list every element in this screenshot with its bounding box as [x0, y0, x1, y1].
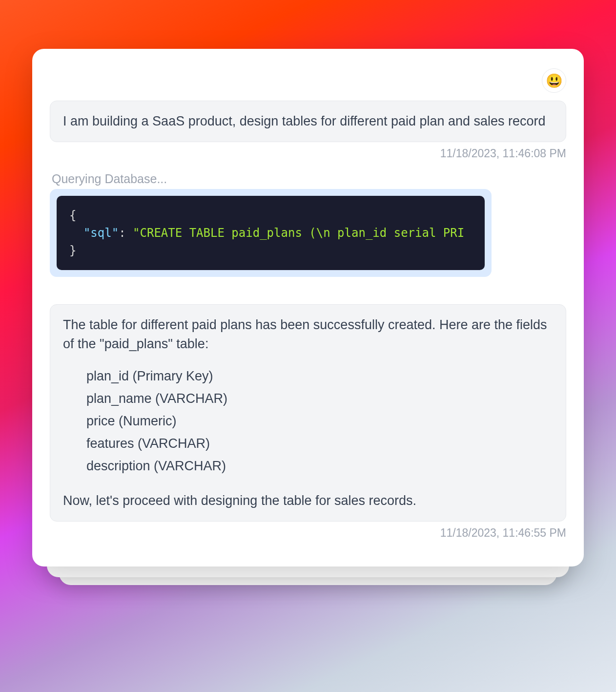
code-block-wrapper: { "sql": "CREATE TABLE paid_plans (\n pl…	[50, 189, 492, 277]
code-open-brace: {	[69, 209, 76, 222]
user-message-timestamp: 11/18/2023, 11:46:08 PM	[50, 147, 566, 160]
user-avatar[interactable]: 😃	[542, 68, 566, 93]
chat-card: 😃 I am building a SaaS product, design t…	[32, 49, 584, 566]
fields-list: plan_id (Primary Key) plan_name (VARCHAR…	[63, 365, 553, 477]
assistant-message-intro: The table for different paid plans has b…	[63, 315, 553, 354]
status-text: Querying Database...	[50, 172, 566, 186]
avatar-row: 😃	[50, 68, 566, 93]
list-item: description (VARCHAR)	[86, 455, 553, 478]
code-block[interactable]: { "sql": "CREATE TABLE paid_plans (\n pl…	[57, 196, 485, 270]
assistant-message-bubble: The table for different paid plans has b…	[50, 304, 566, 522]
code-json-key: "sql"	[83, 226, 119, 240]
list-item: price (Numeric)	[86, 410, 553, 433]
list-item: features (VARCHAR)	[86, 433, 553, 455]
code-close-brace: }	[69, 244, 76, 257]
user-message-text: I am building a SaaS product, design tab…	[63, 114, 546, 128]
card-stack: 😃 I am building a SaaS product, design t…	[32, 49, 584, 566]
code-json-value: "CREATE TABLE paid_plans (\n plan_id ser…	[133, 226, 464, 240]
code-colon: :	[119, 226, 133, 240]
assistant-message-timestamp: 11/18/2023, 11:46:55 PM	[50, 526, 566, 540]
smile-emoji-icon: 😃	[546, 73, 563, 89]
list-item: plan_id (Primary Key)	[86, 365, 553, 388]
user-message-bubble: I am building a SaaS product, design tab…	[50, 101, 566, 142]
list-item: plan_name (VARCHAR)	[86, 388, 553, 410]
assistant-message-outro: Now, let's proceed with designing the ta…	[63, 491, 553, 510]
